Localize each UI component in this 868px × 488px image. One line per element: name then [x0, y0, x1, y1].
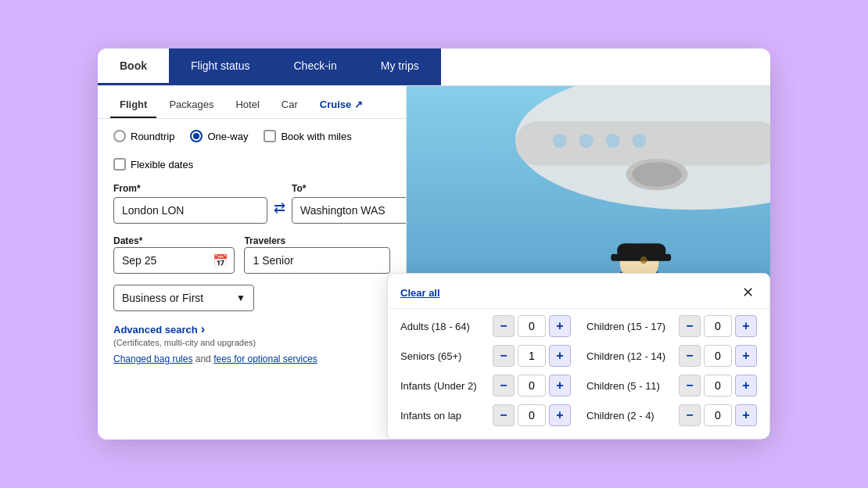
class-value: Business or First	[122, 292, 203, 304]
infants-under-2-plus-button[interactable]: +	[549, 375, 571, 396]
infants-on-lap-label: Infants on lap	[400, 410, 486, 422]
traveler-row-adults: Adults (18 - 64) − 0 +	[400, 315, 571, 337]
advanced-search-link[interactable]: Advanced search ›	[113, 322, 390, 336]
infants-on-lap-counter: − 0 +	[493, 404, 571, 426]
bag-rules-link[interactable]: Changed bag rules	[113, 353, 192, 364]
advanced-search-chevron-icon: ›	[201, 322, 205, 336]
roundtrip-radio[interactable]	[113, 130, 126, 142]
infants-under-2-count: 0	[518, 375, 546, 396]
sub-tab-car[interactable]: Car	[272, 92, 307, 118]
children-5-11-plus-button[interactable]: +	[735, 375, 757, 396]
traveler-row-children-15-17: Children (15 - 17) − 0 +	[586, 315, 757, 337]
infants-on-lap-minus-button[interactable]: −	[493, 404, 515, 426]
sub-tab-hotel[interactable]: Hotel	[226, 92, 268, 118]
class-row: Business or First ▼	[98, 280, 406, 316]
sub-tab-flight[interactable]: Flight	[110, 92, 156, 118]
children-5-11-counter: − 0 +	[679, 375, 757, 396]
svg-point-5	[606, 134, 620, 148]
infants-under-2-minus-button[interactable]: −	[493, 375, 515, 396]
infants-on-lap-count: 0	[518, 404, 546, 426]
adults-minus-button[interactable]: −	[493, 315, 515, 337]
children-2-4-label: Children (2 - 4)	[586, 410, 673, 422]
infants-on-lap-plus-button[interactable]: +	[549, 404, 571, 426]
children-2-4-minus-button[interactable]: −	[679, 404, 701, 426]
children-2-4-plus-button[interactable]: +	[735, 404, 757, 426]
oneway-label: One-way	[207, 131, 248, 142]
book-with-miles-label: Book with miles	[281, 131, 351, 142]
sub-tab-cruise[interactable]: Cruise ↗	[310, 92, 372, 118]
seniors-counter: − 1 +	[493, 345, 571, 367]
children-2-4-counter: − 0 +	[679, 404, 757, 426]
roundtrip-label: Roundtrip	[131, 131, 174, 142]
top-nav: Book Flight status Check-in My trips	[98, 48, 770, 86]
adults-count: 0	[518, 315, 546, 337]
sub-tab-packages[interactable]: Packages	[160, 92, 223, 118]
swap-icon: ⇄	[274, 199, 285, 217]
tab-check-in[interactable]: Check-in	[271, 48, 358, 85]
travelers-field-group: Travelers	[244, 233, 390, 274]
seniors-label: Seniors (65+)	[400, 350, 486, 362]
swap-button[interactable]: ⇄	[274, 196, 285, 221]
close-dropdown-button[interactable]: ✕	[738, 283, 757, 302]
travelers-input-wrapper	[244, 247, 390, 274]
infants-under-2-label: Infants (Under 2)	[400, 380, 486, 392]
oneway-option[interactable]: One-way	[190, 130, 248, 142]
adults-counter: − 0 +	[493, 315, 571, 337]
dropdown-header: Clear all ✕	[388, 274, 769, 309]
dates-travelers-row: Dates* 📅 Travelers	[98, 230, 406, 280]
advanced-search-label: Advanced search	[113, 324, 198, 336]
flexible-dates-option[interactable]: Flexible dates	[113, 158, 193, 170]
tab-flight-status[interactable]: Flight status	[169, 48, 271, 85]
advanced-search-section: Advanced search › (Certificates, multi-c…	[98, 316, 406, 350]
close-icon: ✕	[742, 284, 754, 301]
children-15-17-counter: − 0 +	[679, 315, 757, 337]
clear-all-link[interactable]: Clear all	[400, 287, 440, 299]
tab-my-trips[interactable]: My trips	[359, 48, 441, 85]
traveler-row-children-2-4: Children (2 - 4) − 0 +	[586, 404, 757, 426]
class-chevron-icon: ▼	[236, 292, 246, 303]
flexible-dates-checkbox[interactable]	[113, 158, 126, 170]
children-12-14-plus-button[interactable]: +	[735, 345, 757, 367]
from-label: From*	[113, 183, 267, 194]
main-container: Book Flight status Check-in My trips Fli…	[98, 48, 770, 440]
children-15-17-plus-button[interactable]: +	[735, 315, 757, 337]
flexible-dates-label: Flexible dates	[131, 159, 193, 170]
traveler-row-infants-under-2: Infants (Under 2) − 0 +	[400, 375, 571, 396]
children-5-11-label: Children (5 - 11)	[586, 380, 673, 392]
traveler-row-seniors: Seniors (65+) − 1 +	[400, 345, 571, 367]
oneway-radio-inner	[193, 133, 199, 139]
traveler-row-children-5-11: Children (5 - 11) − 0 +	[586, 375, 757, 396]
children-12-14-count: 0	[704, 345, 732, 367]
class-dropdown[interactable]: Business or First ▼	[113, 285, 254, 311]
date-field-group: Dates* 📅	[113, 233, 235, 274]
children-15-17-minus-button[interactable]: −	[679, 315, 701, 337]
trip-type-options: Roundtrip One-way Book with miles Flexib…	[98, 119, 406, 177]
bag-rules-section: Changed bag rules and fees for optional …	[98, 350, 406, 372]
travelers-label: Travelers	[244, 235, 285, 246]
dates-label: Dates*	[113, 235, 142, 246]
from-to-row: From* ⇄ To*	[98, 177, 406, 230]
oneway-radio[interactable]	[190, 130, 203, 142]
tab-book[interactable]: Book	[98, 48, 169, 85]
traveler-rows: Adults (18 - 64) − 0 + Children (15 - 17…	[388, 309, 769, 439]
roundtrip-option[interactable]: Roundtrip	[113, 130, 174, 142]
adults-label: Adults (18 - 64)	[400, 321, 486, 332]
seniors-plus-button[interactable]: +	[549, 345, 571, 367]
from-input[interactable]	[113, 197, 267, 224]
svg-point-21	[640, 257, 647, 264]
seniors-minus-button[interactable]: −	[493, 345, 515, 367]
adults-plus-button[interactable]: +	[549, 315, 571, 337]
children-12-14-minus-button[interactable]: −	[679, 345, 701, 367]
optional-services-link[interactable]: fees for optional services	[213, 353, 317, 364]
advanced-search-hint: (Certificates, multi-city and upgrades)	[113, 338, 390, 347]
infants-under-2-counter: − 0 +	[493, 375, 571, 396]
travelers-input[interactable]	[244, 247, 390, 274]
to-input[interactable]	[292, 197, 407, 224]
svg-point-3	[553, 134, 567, 148]
book-with-miles-checkbox[interactable]	[264, 130, 276, 142]
booking-panel: Flight Packages Hotel Car Cruise ↗ Round…	[98, 86, 407, 440]
book-with-miles-option[interactable]: Book with miles	[264, 130, 351, 142]
to-label: To*	[292, 183, 407, 194]
children-5-11-minus-button[interactable]: −	[679, 375, 701, 396]
svg-point-4	[579, 134, 594, 148]
